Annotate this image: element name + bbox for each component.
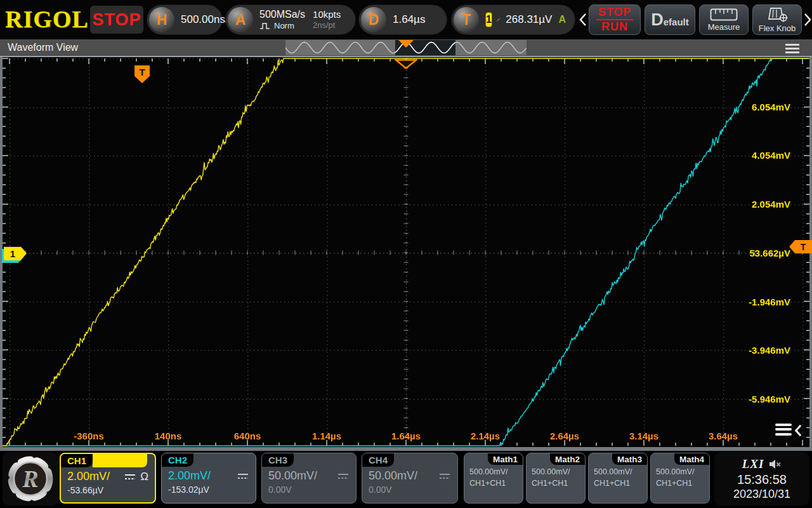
stop-label: STOP — [598, 6, 632, 18]
time-label: 1.64µs — [391, 431, 421, 441]
time-label: 3.14µs — [629, 431, 658, 441]
impedance-label: Ω — [140, 471, 148, 483]
math3-expr: CH1+CH1 — [589, 476, 647, 488]
time-label: 640ns — [234, 431, 261, 441]
toolbar-scroll-left-icon[interactable] — [579, 13, 587, 27]
math-box-2[interactable]: Math2 500.00mV/ CH1+CH1 — [526, 453, 586, 504]
ch2-scale: 2.00mV/ — [168, 469, 211, 483]
math2-name: Math2 — [550, 453, 585, 465]
t-knob-icon[interactable]: T — [454, 7, 479, 32]
stop-run-button[interactable]: STOP RUN — [589, 4, 641, 35]
voltage-label: 6.054mV — [721, 102, 790, 112]
run-state-badge: STOP — [90, 6, 143, 34]
delay-value: 1.64µs — [393, 13, 425, 26]
default-button[interactable]: Default — [645, 4, 695, 35]
waveform-view-header: Waveform View — [0, 39, 812, 57]
gear-icon: R — [6, 455, 55, 503]
time-label: 140ns — [155, 431, 182, 441]
default-label-rest: efault — [664, 17, 689, 27]
dc-coupling-icon — [337, 472, 350, 480]
ch3-scale: 50.00mV/ — [268, 469, 317, 483]
pulse-icon — [259, 22, 271, 30]
horizontal-scale-button[interactable]: H 500.00ns/ — [147, 5, 222, 34]
time-label: -360ns — [74, 431, 104, 441]
trigger-sweep-mode: A — [558, 14, 566, 25]
time-label: 3.64µs — [709, 431, 738, 441]
time-label: 2.14µs — [471, 431, 500, 441]
d-knob-icon[interactable]: D — [361, 7, 386, 32]
ch4-name: CH4 — [362, 453, 394, 467]
toolbar-scroll-right-icon[interactable] — [803, 13, 812, 27]
voltage-label: 53.662µV — [721, 248, 790, 258]
waveform-grid: T 2 1 T 6.054mV4.054mV2.054mV53.662µV-1.… — [0, 57, 812, 451]
dc-coupling-icon — [237, 472, 249, 480]
dc-coupling-icon — [438, 472, 451, 480]
waveform-overview-strip[interactable] — [285, 40, 527, 55]
flex-knob-button[interactable]: Flex Knob — [752, 4, 802, 35]
h-scale-value: 500.00ns/ — [181, 13, 228, 26]
bottom-status-bar: R CH1 2.00mV/ Ω -53.66µV CH2 2.00mV/ — [0, 451, 812, 508]
knob-icon — [766, 7, 789, 22]
math3-scale: 500.00mV/ — [589, 465, 647, 476]
delay-button[interactable]: D 1.64µs — [359, 5, 447, 34]
math1-name: Math1 — [488, 453, 523, 465]
top-toolbar: RIGOL STOP H 500.00ns/ A 500MSa/s Norm 1… — [0, 0, 812, 39]
run-label: RUN — [601, 21, 628, 33]
math2-scale: 500.00mV/ — [527, 465, 585, 476]
waveform-canvas[interactable] — [0, 57, 812, 451]
measure-label: Measure — [708, 22, 740, 32]
voltage-label: -5.946mV — [721, 394, 790, 404]
collapse-results-icon[interactable] — [775, 422, 802, 439]
acquisition-button[interactable]: A 500MSa/s Norm 10kpts 2ns/pt — [226, 5, 355, 34]
channel-box-ch4[interactable]: CH4 50.00mV/ 0.00V — [362, 453, 458, 504]
time-label: 1.14µs — [312, 431, 341, 441]
channel-box-ch1[interactable]: CH1 2.00mV/ Ω -53.66µV — [60, 453, 156, 504]
math1-expr: CH1+CH1 — [464, 476, 523, 488]
speaker-muted-icon — [769, 459, 782, 469]
ch1-scale: 2.00mV/ — [67, 470, 110, 483]
voltage-label: 4.054mV — [721, 150, 790, 161]
math4-scale: 500.00mV/ — [651, 465, 709, 476]
math3-name: Math3 — [612, 453, 647, 465]
ch4-scale: 50.00mV/ — [369, 469, 417, 483]
default-label-initial: D — [651, 10, 664, 29]
ch1-active-fill — [93, 454, 147, 467]
ch1-name: CH1 — [61, 454, 93, 467]
a-knob-icon[interactable]: A — [228, 7, 253, 32]
trigger-level-value: 268.31µV — [506, 13, 552, 26]
sample-resolution: 2ns/pt — [313, 20, 341, 31]
rigol-logo: RIGOL — [5, 5, 89, 33]
clock-time: 15:36:58 — [737, 472, 787, 487]
sample-rate: 500MSa/s — [259, 8, 305, 21]
time-label: 2.64µs — [550, 431, 579, 441]
delay-reference-marker[interactable] — [395, 59, 417, 69]
h-knob-icon[interactable]: H — [149, 7, 174, 32]
voltage-label: -3.946mV — [721, 345, 790, 356]
math1-scale: 500.00mV/ — [464, 465, 523, 476]
memory-depth: 10kpts — [313, 8, 341, 21]
math4-name: Math4 — [674, 453, 709, 465]
hamburger-menu-icon[interactable] — [785, 44, 799, 55]
math-box-1[interactable]: Math1 500.00mV/ CH1+CH1 — [464, 453, 523, 504]
math-box-4[interactable]: Math4 500.00mV/ CH1+CH1 — [650, 453, 710, 504]
acq-mode: Norm — [274, 21, 294, 31]
math-box-3[interactable]: Math3 500.00mV/ CH1+CH1 — [588, 453, 648, 504]
ch1-offset: -53.66µV — [61, 483, 155, 495]
channel-box-ch3[interactable]: CH3 50.00mV/ 0.00V — [261, 453, 357, 504]
ch2-offset: -153.02µV — [162, 483, 256, 495]
trigger-source-badge: 1 — [485, 12, 492, 27]
lxi-logo: LXI — [742, 457, 764, 471]
ch4-offset: 0.00V — [362, 483, 457, 495]
collapse-chevron-icon — [794, 424, 802, 438]
clock-date: 2023/10/31 — [733, 488, 790, 501]
flexknob-label: Flex Knob — [759, 23, 796, 33]
rigol-gear-logo[interactable]: R — [3, 452, 58, 505]
trigger-button[interactable]: T 1 268.31µV A — [452, 5, 575, 34]
measure-button[interactable]: Measure — [699, 4, 749, 35]
ch3-offset: 0.00V — [262, 483, 356, 495]
dc-coupling-icon — [124, 473, 136, 481]
lxi-clock-tile[interactable]: LXI 15:36:58 2023/10/31 — [714, 452, 809, 505]
rising-edge-icon — [496, 12, 501, 27]
math2-expr: CH1+CH1 — [527, 476, 585, 488]
channel-box-ch2[interactable]: CH2 2.00mV/ -153.02µV — [161, 453, 256, 504]
